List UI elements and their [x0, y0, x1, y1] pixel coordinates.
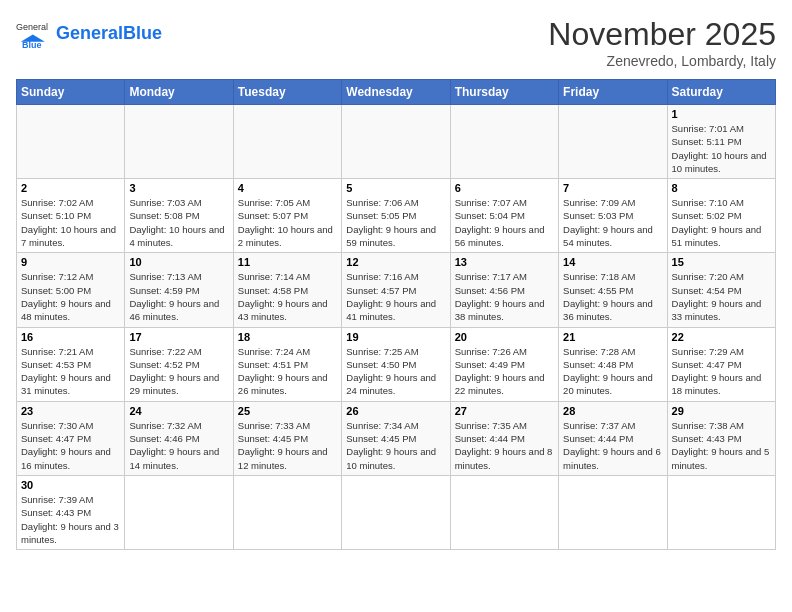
calendar-cell: 23Sunrise: 7:30 AM Sunset: 4:47 PM Dayli… — [17, 401, 125, 475]
day-number: 3 — [129, 182, 228, 194]
weekday-header-saturday: Saturday — [667, 80, 775, 105]
day-number: 26 — [346, 405, 445, 417]
day-info: Sunrise: 7:05 AM Sunset: 5:07 PM Dayligh… — [238, 196, 337, 249]
day-number: 22 — [672, 331, 771, 343]
page: GeneralBlue GeneralBlue November 2025 Ze… — [0, 0, 792, 612]
week-row-3: 9Sunrise: 7:12 AM Sunset: 5:00 PM Daylig… — [17, 253, 776, 327]
day-info: Sunrise: 7:13 AM Sunset: 4:59 PM Dayligh… — [129, 270, 228, 323]
weekday-header-sunday: Sunday — [17, 80, 125, 105]
logo: GeneralBlue GeneralBlue — [16, 16, 162, 52]
calendar-cell: 14Sunrise: 7:18 AM Sunset: 4:55 PM Dayli… — [559, 253, 667, 327]
day-number: 4 — [238, 182, 337, 194]
day-info: Sunrise: 7:18 AM Sunset: 4:55 PM Dayligh… — [563, 270, 662, 323]
calendar-cell: 29Sunrise: 7:38 AM Sunset: 4:43 PM Dayli… — [667, 401, 775, 475]
calendar-cell: 28Sunrise: 7:37 AM Sunset: 4:44 PM Dayli… — [559, 401, 667, 475]
calendar-cell: 3Sunrise: 7:03 AM Sunset: 5:08 PM Daylig… — [125, 179, 233, 253]
weekday-header-tuesday: Tuesday — [233, 80, 341, 105]
day-info: Sunrise: 7:12 AM Sunset: 5:00 PM Dayligh… — [21, 270, 120, 323]
calendar-cell: 21Sunrise: 7:28 AM Sunset: 4:48 PM Dayli… — [559, 327, 667, 401]
calendar-cell: 10Sunrise: 7:13 AM Sunset: 4:59 PM Dayli… — [125, 253, 233, 327]
day-info: Sunrise: 7:06 AM Sunset: 5:05 PM Dayligh… — [346, 196, 445, 249]
day-info: Sunrise: 7:38 AM Sunset: 4:43 PM Dayligh… — [672, 419, 771, 472]
day-info: Sunrise: 7:32 AM Sunset: 4:46 PM Dayligh… — [129, 419, 228, 472]
weekday-header-friday: Friday — [559, 80, 667, 105]
day-info: Sunrise: 7:26 AM Sunset: 4:49 PM Dayligh… — [455, 345, 554, 398]
week-row-1: 1Sunrise: 7:01 AM Sunset: 5:11 PM Daylig… — [17, 105, 776, 179]
day-number: 8 — [672, 182, 771, 194]
day-number: 13 — [455, 256, 554, 268]
day-number: 1 — [672, 108, 771, 120]
calendar-cell: 15Sunrise: 7:20 AM Sunset: 4:54 PM Dayli… — [667, 253, 775, 327]
calendar-cell: 27Sunrise: 7:35 AM Sunset: 4:44 PM Dayli… — [450, 401, 558, 475]
calendar-cell: 5Sunrise: 7:06 AM Sunset: 5:05 PM Daylig… — [342, 179, 450, 253]
calendar-cell: 7Sunrise: 7:09 AM Sunset: 5:03 PM Daylig… — [559, 179, 667, 253]
day-number: 29 — [672, 405, 771, 417]
day-info: Sunrise: 7:33 AM Sunset: 4:45 PM Dayligh… — [238, 419, 337, 472]
day-number: 23 — [21, 405, 120, 417]
calendar-cell: 11Sunrise: 7:14 AM Sunset: 4:58 PM Dayli… — [233, 253, 341, 327]
day-info: Sunrise: 7:24 AM Sunset: 4:51 PM Dayligh… — [238, 345, 337, 398]
day-info: Sunrise: 7:20 AM Sunset: 4:54 PM Dayligh… — [672, 270, 771, 323]
calendar-cell — [559, 475, 667, 549]
week-row-2: 2Sunrise: 7:02 AM Sunset: 5:10 PM Daylig… — [17, 179, 776, 253]
day-number: 15 — [672, 256, 771, 268]
day-info: Sunrise: 7:28 AM Sunset: 4:48 PM Dayligh… — [563, 345, 662, 398]
week-row-5: 23Sunrise: 7:30 AM Sunset: 4:47 PM Dayli… — [17, 401, 776, 475]
general-blue-icon: GeneralBlue — [16, 16, 52, 52]
svg-text:General: General — [16, 22, 48, 32]
calendar-cell — [125, 105, 233, 179]
day-number: 25 — [238, 405, 337, 417]
day-info: Sunrise: 7:17 AM Sunset: 4:56 PM Dayligh… — [455, 270, 554, 323]
calendar-cell — [125, 475, 233, 549]
day-number: 6 — [455, 182, 554, 194]
calendar-cell — [233, 105, 341, 179]
logo-general: General — [56, 23, 123, 43]
calendar-cell — [233, 475, 341, 549]
header: GeneralBlue GeneralBlue November 2025 Ze… — [16, 16, 776, 69]
logo-text: GeneralBlue — [56, 24, 162, 44]
calendar-cell: 12Sunrise: 7:16 AM Sunset: 4:57 PM Dayli… — [342, 253, 450, 327]
calendar-cell — [450, 105, 558, 179]
month-year: November 2025 — [548, 16, 776, 53]
calendar-cell: 17Sunrise: 7:22 AM Sunset: 4:52 PM Dayli… — [125, 327, 233, 401]
calendar-cell: 26Sunrise: 7:34 AM Sunset: 4:45 PM Dayli… — [342, 401, 450, 475]
day-number: 16 — [21, 331, 120, 343]
day-info: Sunrise: 7:25 AM Sunset: 4:50 PM Dayligh… — [346, 345, 445, 398]
day-number: 17 — [129, 331, 228, 343]
day-info: Sunrise: 7:22 AM Sunset: 4:52 PM Dayligh… — [129, 345, 228, 398]
day-number: 5 — [346, 182, 445, 194]
calendar-cell: 1Sunrise: 7:01 AM Sunset: 5:11 PM Daylig… — [667, 105, 775, 179]
week-row-6: 30Sunrise: 7:39 AM Sunset: 4:43 PM Dayli… — [17, 475, 776, 549]
day-info: Sunrise: 7:01 AM Sunset: 5:11 PM Dayligh… — [672, 122, 771, 175]
day-info: Sunrise: 7:16 AM Sunset: 4:57 PM Dayligh… — [346, 270, 445, 323]
day-info: Sunrise: 7:07 AM Sunset: 5:04 PM Dayligh… — [455, 196, 554, 249]
weekday-header-thursday: Thursday — [450, 80, 558, 105]
calendar-cell: 19Sunrise: 7:25 AM Sunset: 4:50 PM Dayli… — [342, 327, 450, 401]
location: Zenevredo, Lombardy, Italy — [548, 53, 776, 69]
day-number: 20 — [455, 331, 554, 343]
day-info: Sunrise: 7:10 AM Sunset: 5:02 PM Dayligh… — [672, 196, 771, 249]
day-number: 18 — [238, 331, 337, 343]
calendar-cell: 18Sunrise: 7:24 AM Sunset: 4:51 PM Dayli… — [233, 327, 341, 401]
weekday-header-monday: Monday — [125, 80, 233, 105]
calendar-cell: 22Sunrise: 7:29 AM Sunset: 4:47 PM Dayli… — [667, 327, 775, 401]
calendar-cell: 20Sunrise: 7:26 AM Sunset: 4:49 PM Dayli… — [450, 327, 558, 401]
day-number: 2 — [21, 182, 120, 194]
day-info: Sunrise: 7:02 AM Sunset: 5:10 PM Dayligh… — [21, 196, 120, 249]
day-info: Sunrise: 7:21 AM Sunset: 4:53 PM Dayligh… — [21, 345, 120, 398]
day-info: Sunrise: 7:37 AM Sunset: 4:44 PM Dayligh… — [563, 419, 662, 472]
day-number: 9 — [21, 256, 120, 268]
day-info: Sunrise: 7:34 AM Sunset: 4:45 PM Dayligh… — [346, 419, 445, 472]
day-info: Sunrise: 7:03 AM Sunset: 5:08 PM Dayligh… — [129, 196, 228, 249]
day-number: 10 — [129, 256, 228, 268]
day-number: 11 — [238, 256, 337, 268]
day-number: 7 — [563, 182, 662, 194]
day-info: Sunrise: 7:30 AM Sunset: 4:47 PM Dayligh… — [21, 419, 120, 472]
calendar-cell: 9Sunrise: 7:12 AM Sunset: 5:00 PM Daylig… — [17, 253, 125, 327]
day-number: 28 — [563, 405, 662, 417]
calendar-cell: 2Sunrise: 7:02 AM Sunset: 5:10 PM Daylig… — [17, 179, 125, 253]
day-info: Sunrise: 7:39 AM Sunset: 4:43 PM Dayligh… — [21, 493, 120, 546]
day-number: 12 — [346, 256, 445, 268]
calendar-cell — [342, 105, 450, 179]
calendar-cell: 13Sunrise: 7:17 AM Sunset: 4:56 PM Dayli… — [450, 253, 558, 327]
